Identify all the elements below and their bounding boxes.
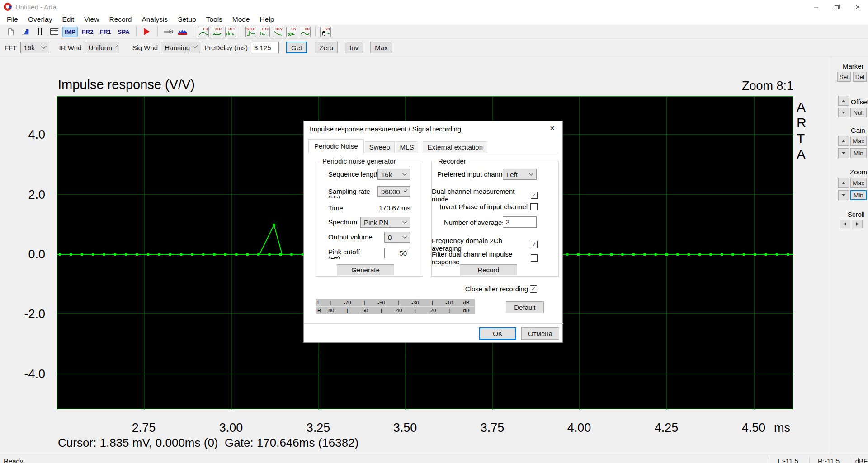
invert-phase-checkbox[interactable] bbox=[530, 203, 538, 210]
filter-dual-checkbox[interactable] bbox=[531, 254, 538, 262]
generate-button[interactable]: Generate bbox=[337, 264, 394, 275]
recorder-group-label: Recorder bbox=[436, 157, 468, 165]
dft-chart-button[interactable]: DFT bbox=[225, 27, 236, 37]
mode-imp-button[interactable]: IMP bbox=[62, 27, 78, 37]
gain-down-button[interactable] bbox=[838, 148, 849, 158]
pause-icon[interactable] bbox=[34, 26, 46, 37]
minimize-button[interactable] bbox=[806, 0, 826, 14]
new-document-icon[interactable] bbox=[5, 26, 17, 37]
tab-sweep[interactable]: Sweep bbox=[365, 141, 395, 153]
default-button[interactable]: Default bbox=[506, 301, 544, 313]
fr2-chart-button[interactable]: 2FR bbox=[212, 27, 222, 37]
chevron-down-icon bbox=[115, 45, 118, 47]
menu-record[interactable]: Record bbox=[104, 15, 137, 23]
record-play-icon[interactable] bbox=[141, 26, 153, 37]
averages-input[interactable]: 3 bbox=[503, 216, 537, 228]
signal-waveform-icon[interactable] bbox=[177, 26, 189, 37]
chevron-down-icon bbox=[404, 188, 408, 192]
offset-up-button[interactable] bbox=[838, 96, 849, 106]
offset-null-button[interactable]: Null bbox=[850, 108, 867, 117]
tab-external-excitation[interactable]: External excitation bbox=[423, 141, 487, 153]
chevron-down-icon bbox=[402, 234, 407, 239]
bd-chart-button[interactable]: BD bbox=[300, 27, 311, 37]
filter-dual-label: Filter dual channel impulse response bbox=[432, 250, 530, 266]
sequence-length-select[interactable]: 16k bbox=[377, 169, 410, 180]
fft-select[interactable]: 16k bbox=[20, 42, 49, 53]
gain-min-button[interactable]: Min bbox=[850, 148, 867, 158]
freq-domain-checkbox[interactable] bbox=[531, 241, 538, 248]
output-volume-select[interactable]: 0 bbox=[384, 232, 410, 243]
gain-up-button[interactable] bbox=[838, 136, 849, 146]
fr-chart-button[interactable]: FR bbox=[198, 27, 209, 37]
predelay-input[interactable]: 3.125 bbox=[251, 42, 279, 53]
etc-chart-button[interactable]: ETC bbox=[259, 27, 270, 37]
dialog-tabs: Periodic Noise Sweep MLS External excita… bbox=[308, 139, 559, 153]
menu-help[interactable]: Help bbox=[255, 15, 279, 23]
scroll-left-button[interactable] bbox=[840, 220, 850, 228]
inv-button[interactable]: Inv bbox=[345, 42, 363, 53]
zero-button[interactable]: Zero bbox=[315, 42, 338, 53]
menu-edit[interactable]: Edit bbox=[57, 15, 79, 23]
menu-overlay[interactable]: Overlay bbox=[23, 15, 57, 23]
dialog-close-icon[interactable]: × bbox=[542, 121, 562, 136]
close-button[interactable] bbox=[847, 0, 868, 14]
preferred-input-select[interactable]: Left bbox=[503, 169, 537, 180]
step-chart-button[interactable]: STEP bbox=[245, 27, 256, 37]
gain-max-button[interactable]: Max bbox=[850, 136, 867, 146]
x-axis-unit: ms bbox=[774, 421, 790, 435]
record-button[interactable]: Record bbox=[460, 264, 517, 275]
marker-flag-icon[interactable] bbox=[19, 26, 31, 37]
menu-file[interactable]: File bbox=[2, 15, 23, 23]
triangle-up-icon bbox=[842, 100, 845, 102]
freq-domain-label: Frequency domain 2Ch averaging bbox=[432, 237, 529, 252]
chevron-down-icon bbox=[528, 171, 533, 176]
mode-spa-button[interactable]: SPA bbox=[115, 27, 132, 37]
impulse-peak-dot bbox=[273, 224, 275, 226]
status-ready: Ready bbox=[4, 457, 23, 463]
zoom-min-button[interactable]: Min bbox=[850, 190, 867, 200]
dual-channel-checkbox[interactable] bbox=[531, 192, 538, 199]
menu-mode[interactable]: Mode bbox=[227, 15, 255, 23]
dual-channel-label: Dual channel measurement mode bbox=[432, 187, 529, 203]
mode-fr1-button[interactable]: FR1 bbox=[98, 27, 114, 37]
menu-setup[interactable]: Setup bbox=[173, 15, 201, 23]
marker-del-button[interactable]: Del bbox=[853, 72, 867, 82]
marker-set-button[interactable]: Set bbox=[837, 72, 851, 82]
y-tick-label: 0.0 bbox=[0, 248, 51, 262]
offset-down-button[interactable] bbox=[838, 108, 849, 117]
tab-periodic-noise[interactable]: Periodic Noise bbox=[308, 139, 364, 153]
pink-cutoff-input[interactable]: 50 bbox=[384, 248, 410, 258]
microphone-icon[interactable] bbox=[162, 26, 174, 37]
sequence-length-label: Sequence length bbox=[328, 170, 379, 178]
get-button[interactable]: Get bbox=[286, 42, 307, 53]
ir-wnd-select[interactable]: Uniform bbox=[85, 42, 119, 53]
data-table-icon[interactable] bbox=[48, 26, 60, 37]
menu-tools[interactable]: Tools bbox=[201, 15, 227, 23]
sig-wnd-select[interactable]: Hanning bbox=[161, 42, 200, 53]
cs-chart-button[interactable]: CS bbox=[286, 27, 297, 37]
spectrum-select[interactable]: Pink PN bbox=[360, 217, 410, 228]
rev-chart-button[interactable]: REV bbox=[273, 27, 283, 37]
menu-view[interactable]: View bbox=[79, 15, 104, 23]
arta-window: Untitled - Arta File Overlay Edit View R… bbox=[0, 0, 868, 463]
max-button[interactable]: Max bbox=[370, 42, 392, 53]
pink-cutoff-sub-label: (Hz) bbox=[328, 256, 340, 259]
invert-phase-label: Invert Phase of input channel bbox=[440, 203, 528, 210]
mode-fr2-button[interactable]: FR2 bbox=[80, 27, 96, 37]
dialog-title: Impulse response measurement / Signal re… bbox=[310, 125, 461, 133]
ok-button[interactable]: OK bbox=[479, 327, 516, 340]
cancel-button[interactable]: Отмена bbox=[521, 327, 559, 340]
menu-analysis[interactable]: Analysis bbox=[137, 15, 173, 23]
restore-button[interactable] bbox=[826, 0, 847, 14]
zoom-up-button[interactable] bbox=[838, 178, 849, 188]
level-meter-right-row: R-80 |-60 |-40 |-20 |dB bbox=[316, 306, 475, 314]
zoom-down-button[interactable] bbox=[838, 190, 849, 200]
scroll-right-button[interactable] bbox=[852, 220, 863, 228]
title-bar: Untitled - Arta bbox=[0, 0, 868, 14]
periodic-noise-generator-group: Periodic noise generator Sequence length… bbox=[316, 161, 423, 277]
tab-mls[interactable]: MLS bbox=[396, 141, 419, 153]
sampling-rate-select[interactable]: 96000 bbox=[377, 186, 410, 197]
sti-chart-button[interactable]: STI bbox=[320, 27, 331, 37]
zoom-max-button[interactable]: Max bbox=[850, 178, 867, 188]
close-after-recording-checkbox[interactable] bbox=[530, 285, 537, 293]
